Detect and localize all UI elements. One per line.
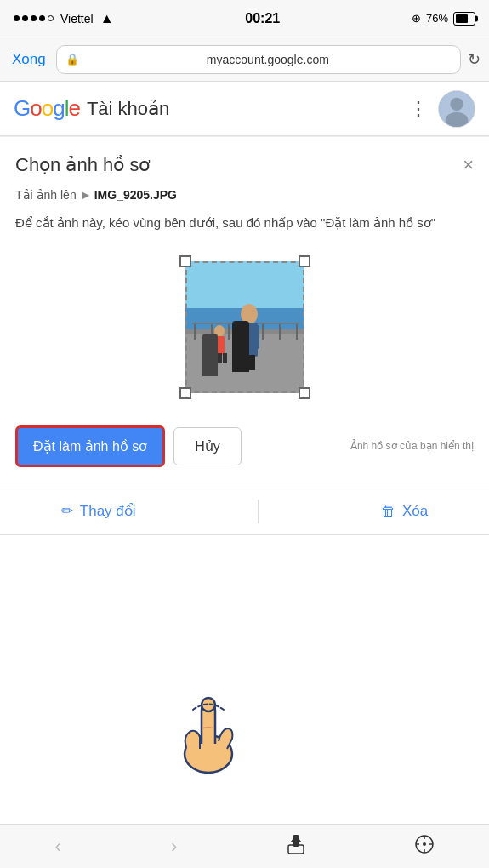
breadcrumb-current: IMG_9205.JPG bbox=[94, 188, 177, 202]
finger-cursor bbox=[170, 690, 247, 779]
delete-label: Xóa bbox=[402, 503, 428, 520]
lock-icon: 🔒 bbox=[65, 53, 79, 66]
signal-dots bbox=[14, 15, 54, 21]
crop-area[interactable] bbox=[15, 247, 474, 408]
battery-tip bbox=[475, 15, 478, 21]
google-header: Google Tài khoản ⋮ bbox=[0, 82, 489, 136]
handle-top-right[interactable] bbox=[299, 255, 310, 267]
instruction-text: Để cắt ảnh này, kéo vùng bên dưới, sau đ… bbox=[15, 214, 474, 233]
crop-box[interactable] bbox=[185, 261, 304, 393]
change-label: Thay đổi bbox=[80, 502, 136, 520]
g-red2: e bbox=[68, 95, 79, 121]
g-blue: G bbox=[14, 95, 30, 121]
signal-dot-1 bbox=[14, 15, 20, 21]
lock-status-icon: ⊕ bbox=[412, 12, 421, 25]
change-button[interactable]: ✏ Thay đổi bbox=[61, 502, 136, 520]
modal-title: Chọn ảnh hồ sơ bbox=[15, 154, 150, 176]
handle-bottom-left[interactable] bbox=[179, 387, 191, 399]
back-button[interactable]: ‹ bbox=[42, 829, 75, 865]
delete-button[interactable]: 🗑 Xóa bbox=[381, 503, 428, 520]
share-button[interactable] bbox=[273, 828, 319, 865]
signal-dot-5 bbox=[48, 15, 54, 21]
address-bar[interactable]: 🔒 myaccount.google.com bbox=[56, 45, 461, 74]
svg-point-26 bbox=[202, 698, 215, 711]
signal-dot-2 bbox=[22, 15, 28, 21]
browser-nav: ‹ › bbox=[0, 824, 489, 868]
cancel-button[interactable]: Hủy bbox=[173, 427, 242, 465]
hand-icon bbox=[170, 690, 247, 775]
breadcrumb-link[interactable]: Tải ảnh lên bbox=[15, 188, 77, 202]
bookmarks-icon bbox=[415, 835, 434, 854]
set-photo-button[interactable]: Đặt làm ảnh hồ sơ bbox=[15, 425, 165, 467]
signal-dot-3 bbox=[31, 15, 37, 21]
google-logo: Google bbox=[14, 95, 80, 122]
forward-button[interactable]: › bbox=[157, 829, 190, 865]
svg-point-31 bbox=[423, 842, 426, 846]
avatar-image bbox=[439, 90, 475, 128]
crop-border bbox=[185, 261, 304, 393]
g-red: o bbox=[30, 95, 41, 121]
modal-header: Chọn ảnh hồ sơ × bbox=[15, 154, 474, 176]
battery-fill bbox=[456, 14, 468, 23]
browser-bar: Xong 🔒 myaccount.google.com ↻ bbox=[0, 37, 489, 82]
url-text: myaccount.google.com bbox=[84, 53, 452, 66]
g-yellow: o bbox=[42, 95, 53, 121]
handle-top-left[interactable] bbox=[179, 255, 191, 267]
reload-button[interactable]: ↻ bbox=[468, 50, 480, 69]
wifi-icon: ▲ bbox=[100, 11, 114, 26]
status-left: Viettel ▲ bbox=[14, 11, 114, 26]
status-right: ⊕ 76% bbox=[412, 12, 475, 26]
signal-dot-4 bbox=[39, 15, 45, 21]
avatar[interactable] bbox=[438, 90, 475, 128]
done-button[interactable]: Xong bbox=[9, 48, 49, 71]
svg-point-25 bbox=[185, 735, 232, 773]
breadcrumb: Tải ảnh lên ▶ IMG_9205.JPG bbox=[15, 188, 474, 202]
breadcrumb-arrow: ▶ bbox=[82, 189, 89, 201]
close-button[interactable]: × bbox=[463, 154, 474, 176]
menu-icon[interactable]: ⋮ bbox=[406, 94, 431, 123]
share-icon bbox=[287, 835, 305, 854]
bookmarks-button[interactable] bbox=[401, 828, 447, 865]
carrier-text: Viettel bbox=[60, 12, 94, 26]
svg-marker-28 bbox=[291, 835, 301, 842]
handle-bottom-right[interactable] bbox=[299, 387, 310, 399]
delete-icon: 🗑 bbox=[381, 503, 395, 520]
modal-container: Chọn ảnh hồ sơ × Tải ảnh lên ▶ IMG_9205.… bbox=[0, 136, 489, 488]
edit-icon: ✏ bbox=[61, 502, 73, 520]
side-note: Ảnh hồ sơ của bạn hiển thị bbox=[250, 439, 474, 454]
svg-point-1 bbox=[450, 97, 463, 110]
status-time: 00:21 bbox=[245, 11, 280, 26]
account-title: Tài khoản bbox=[87, 98, 399, 120]
status-bar: Viettel ▲ 00:21 ⊕ 76% bbox=[0, 0, 489, 37]
action-divider bbox=[258, 500, 259, 523]
battery-icon bbox=[453, 12, 475, 26]
button-row: Đặt làm ảnh hồ sơ Hủy Ảnh hồ sơ của bạn … bbox=[15, 425, 474, 467]
bottom-actions-bar: ✏ Thay đổi 🗑 Xóa bbox=[0, 488, 489, 535]
g-blue2: g bbox=[53, 95, 64, 121]
battery-percent: 76% bbox=[426, 12, 448, 25]
